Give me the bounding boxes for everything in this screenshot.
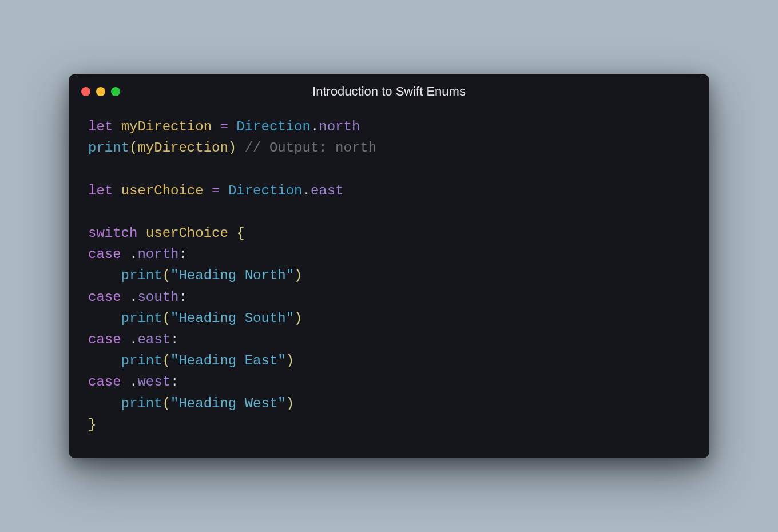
open-brace: { [236,225,244,241]
lparen: ( [162,353,170,368]
lparen: ( [162,268,170,283]
lparen: ( [129,140,137,156]
dot: . [311,119,319,134]
case-east: east [311,183,344,198]
comment: // Output: north [245,140,376,156]
case-name: west [137,374,170,390]
fn-print: print [121,396,162,411]
dot: . [303,183,311,198]
dot: . [129,374,137,390]
fn-print: print [88,140,129,156]
dot: . [129,332,137,347]
dot: . [129,247,137,262]
case-north: north [319,119,360,134]
str: "Heading North" [170,268,294,283]
kw-switch: switch [88,225,137,241]
window-title: Introduction to Swift Enums [81,84,697,99]
str: "Heading East" [170,353,286,368]
kw-let: let [88,183,113,198]
kw-let: let [88,119,113,134]
code-window: Introduction to Swift Enums let myDirect… [69,74,709,458]
rparen: ) [294,268,302,283]
case-name: east [137,332,170,347]
var-userChoice: userChoice [121,183,204,198]
titlebar: Introduction to Swift Enums [69,74,709,105]
colon: : [178,247,186,262]
lparen: ( [162,311,170,326]
var-myDirection: myDirection [121,119,212,134]
op-eq: = [220,119,228,134]
kw-case: case [88,374,121,390]
op-eq: = [212,183,220,198]
var-userChoice: userChoice [146,225,228,241]
maximize-icon[interactable] [111,87,120,96]
minimize-icon[interactable] [96,87,105,96]
kw-case: case [88,247,121,262]
type-direction: Direction [236,119,311,134]
lparen: ( [162,396,170,411]
kw-case: case [88,332,121,347]
fn-print: print [121,268,162,283]
rparen: ) [294,311,302,326]
dot: . [129,289,137,305]
close-icon[interactable] [81,87,90,96]
rparen: ) [228,140,236,156]
close-brace: } [88,417,96,432]
fn-print: print [121,311,162,326]
colon: : [170,332,178,347]
fn-print: print [121,353,162,368]
str: "Heading West" [170,396,286,411]
rparen: ) [286,396,294,411]
colon: : [178,289,186,305]
kw-case: case [88,289,121,305]
arg-myDirection: myDirection [137,140,228,156]
str: "Heading South" [170,311,294,326]
colon: : [170,374,178,390]
case-name: north [137,247,178,262]
code-editor[interactable]: let myDirection = Direction.north print(… [69,105,709,458]
window-controls [81,87,120,96]
type-direction: Direction [228,183,303,198]
case-name: south [137,289,178,305]
rparen: ) [286,353,294,368]
